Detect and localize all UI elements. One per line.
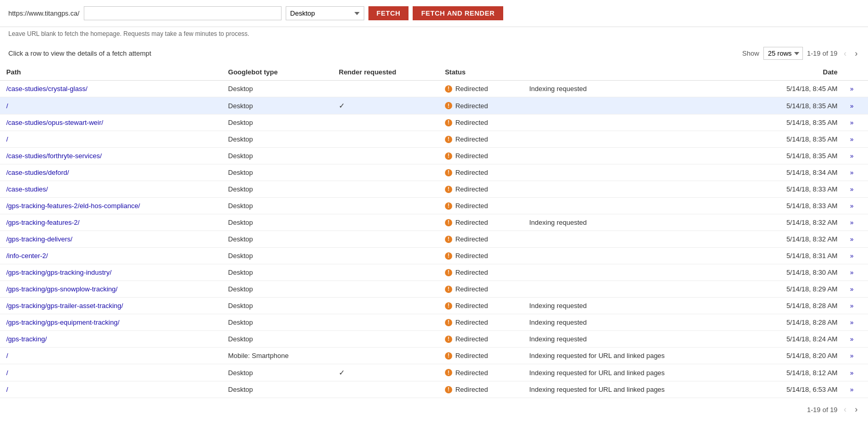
row-arrow[interactable]: » [844, 148, 868, 164]
path-link[interactable]: /gps-tracking-delivers/ [6, 235, 72, 243]
path-link[interactable]: /case-studies/forthryte-services/ [6, 152, 102, 160]
row-arrow[interactable]: » [844, 281, 868, 298]
row-arrow[interactable]: » [844, 131, 868, 148]
path-link[interactable]: /case-studies/ [6, 185, 48, 193]
status-note [523, 164, 747, 181]
rows-select[interactable]: 25 rows 10 rows 50 rows [763, 47, 803, 60]
double-arrow-icon[interactable]: » [850, 219, 853, 226]
row-arrow[interactable]: » [844, 264, 868, 281]
status-icon: ! [445, 236, 452, 243]
table-row[interactable]: /case-studies/deford/Desktop!Redirected5… [0, 164, 868, 181]
status-note [523, 97, 747, 114]
fetch-render-button[interactable]: FETCH AND RENDER [413, 6, 503, 20]
table-row[interactable]: /gps-tracking/gps-trailer-asset-tracking… [0, 298, 868, 314]
path-link[interactable]: /case-studies/crystal-glass/ [6, 85, 87, 93]
row-arrow[interactable]: » [844, 81, 868, 97]
table-row[interactable]: /Desktop✓!RedirectedIndexing requested f… [0, 364, 868, 381]
row-arrow[interactable]: » [844, 364, 868, 381]
render-requested [333, 231, 439, 248]
table-row[interactable]: /gps-tracking-features-2/eld-hos-complia… [0, 198, 868, 214]
row-arrow[interactable]: » [844, 164, 868, 181]
date-cell: 5/14/18, 8:29 AM [747, 281, 844, 298]
row-arrow[interactable]: » [844, 348, 868, 364]
double-arrow-icon[interactable]: » [850, 386, 853, 393]
date-cell: 5/14/18, 8:28 AM [747, 298, 844, 314]
double-arrow-icon[interactable]: » [850, 352, 853, 360]
path-link[interactable]: /gps-tracking/gps-tracking-industry/ [6, 268, 111, 276]
table-row[interactable]: /gps-tracking/gps-tracking-industry/Desk… [0, 264, 868, 281]
double-arrow-icon[interactable]: » [850, 319, 853, 326]
table-row[interactable]: /info-center-2/Desktop!Redirected5/14/18… [0, 248, 868, 264]
prev-page-button-bottom[interactable]: ‹ [841, 404, 848, 415]
path-link[interactable]: /gps-tracking-features-2/eld-hos-complia… [6, 202, 140, 210]
row-arrow[interactable]: » [844, 114, 868, 131]
row-arrow[interactable]: » [844, 314, 868, 331]
table-row[interactable]: /gps-tracking/Desktop!RedirectedIndexing… [0, 331, 868, 348]
row-arrow[interactable]: » [844, 198, 868, 214]
path-link[interactable]: /case-studies/deford/ [6, 169, 69, 176]
table-row[interactable]: /Mobile: Smartphone!RedirectedIndexing r… [0, 348, 868, 364]
path-link[interactable]: / [6, 369, 8, 377]
path-link[interactable]: /gps-tracking-features-2/ [6, 219, 80, 226]
device-select[interactable]: Desktop Mobile: Smartphone [286, 6, 364, 20]
row-arrow[interactable]: » [844, 381, 868, 398]
url-input[interactable] [84, 6, 282, 20]
status-text: Redirected [455, 335, 488, 343]
double-arrow-icon[interactable]: » [850, 169, 853, 176]
table-row[interactable]: /Desktop!Redirected5/14/18, 8:35 AM» [0, 131, 868, 148]
path-link[interactable]: / [6, 386, 8, 393]
status-icon: ! [445, 302, 452, 310]
path-link[interactable]: / [6, 352, 8, 360]
path-link[interactable]: /gps-tracking/gps-snowplow-tracking/ [6, 285, 118, 293]
double-arrow-icon[interactable]: » [850, 119, 853, 126]
table-row[interactable]: /gps-tracking/gps-snowplow-tracking/Desk… [0, 281, 868, 298]
status-cell: !Redirected [439, 381, 523, 398]
double-arrow-icon[interactable]: » [850, 85, 853, 93]
double-arrow-icon[interactable]: » [850, 152, 853, 160]
double-arrow-icon[interactable]: » [850, 252, 853, 260]
path-link[interactable]: /gps-tracking/gps-trailer-asset-tracking… [6, 302, 123, 310]
row-arrow[interactable]: » [844, 231, 868, 248]
prev-page-button[interactable]: ‹ [841, 48, 848, 59]
path-link[interactable]: /gps-tracking/ [6, 335, 47, 343]
table-row[interactable]: /case-studies/forthryte-services/Desktop… [0, 148, 868, 164]
row-arrow[interactable]: » [844, 97, 868, 114]
double-arrow-icon[interactable]: » [850, 269, 853, 276]
double-arrow-icon[interactable]: » [850, 369, 853, 377]
path-link[interactable]: /case-studies/opus-stewart-weir/ [6, 119, 103, 126]
double-arrow-icon[interactable]: » [850, 336, 853, 343]
row-arrow[interactable]: » [844, 181, 868, 198]
table-row[interactable]: /case-studies/Desktop!Redirected5/14/18,… [0, 181, 868, 198]
path-link[interactable]: / [6, 135, 8, 143]
path-link[interactable]: /gps-tracking/gps-equipment-tracking/ [6, 318, 120, 326]
double-arrow-icon[interactable]: » [850, 136, 853, 143]
double-arrow-icon[interactable]: » [850, 302, 853, 310]
status-cell: !Redirected [439, 214, 523, 231]
table-row[interactable]: /case-studies/opus-stewart-weir/Desktop!… [0, 114, 868, 131]
table-row[interactable]: /gps-tracking/gps-equipment-tracking/Des… [0, 314, 868, 331]
row-arrow[interactable]: » [844, 214, 868, 231]
row-arrow[interactable]: » [844, 298, 868, 314]
table-row[interactable]: /Desktop!RedirectedIndexing requested fo… [0, 381, 868, 398]
status-cell: !Redirected [439, 281, 523, 298]
double-arrow-icon[interactable]: » [850, 236, 853, 243]
path-link[interactable]: / [6, 102, 8, 110]
double-arrow-icon[interactable]: » [850, 286, 853, 293]
row-arrow[interactable]: » [844, 331, 868, 348]
render-requested [333, 281, 439, 298]
table-row[interactable]: /case-studies/crystal-glass/Desktop!Redi… [0, 81, 868, 97]
path-link[interactable]: /info-center-2/ [6, 252, 48, 260]
table-row[interactable]: /Desktop✓!Redirected5/14/18, 8:35 AM» [0, 97, 868, 114]
double-arrow-icon[interactable]: » [850, 186, 853, 193]
fetch-button[interactable]: FETCH [368, 6, 409, 20]
date-cell: 5/14/18, 8:32 AM [747, 231, 844, 248]
row-arrow[interactable]: » [844, 248, 868, 264]
next-page-button-bottom[interactable]: › [853, 404, 860, 415]
next-page-button[interactable]: › [853, 48, 860, 59]
table-row[interactable]: /gps-tracking-delivers/Desktop!Redirecte… [0, 231, 868, 248]
double-arrow-icon[interactable]: » [850, 103, 853, 110]
render-requested [333, 148, 439, 164]
table-row[interactable]: /gps-tracking-features-2/Desktop!Redirec… [0, 214, 868, 231]
status-text: Redirected [455, 152, 488, 160]
double-arrow-icon[interactable]: » [850, 202, 853, 210]
